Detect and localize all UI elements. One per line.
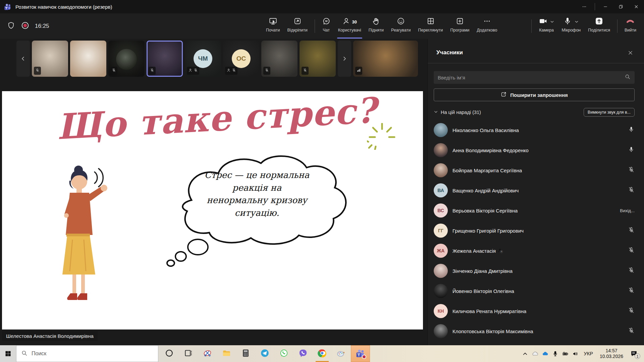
toolbar-button-view[interactable]: Переглянути bbox=[414, 13, 446, 39]
tray-microphone-icon[interactable] bbox=[550, 345, 560, 362]
security-shield-icon[interactable] bbox=[7, 21, 15, 31]
taskbar-whatsapp-button[interactable] bbox=[274, 345, 293, 362]
mic-options-chevron-icon[interactable] bbox=[574, 19, 579, 24]
participant-row[interactable]: ВАВащенко Андрій Андрійович bbox=[428, 180, 644, 200]
clock-time: 14:57 bbox=[600, 348, 623, 354]
battery-icon[interactable] bbox=[560, 345, 571, 362]
mic-muted-icon bbox=[628, 327, 635, 335]
clock-date: 10.03.2026 bbox=[600, 354, 623, 360]
restore-button[interactable] bbox=[613, 0, 629, 13]
toolbar-button-share[interactable]: Поділитися bbox=[584, 13, 614, 39]
mute-all-button[interactable]: Вимкнути звук для в... bbox=[584, 108, 635, 117]
video-tile[interactable] bbox=[147, 41, 183, 77]
start-button[interactable] bbox=[0, 345, 16, 362]
video-tile[interactable] bbox=[108, 41, 145, 77]
participant-row[interactable]: ВСВерьовка Вікторія СергіївнаВихід... bbox=[428, 200, 644, 221]
participant-row[interactable]: Зінченко Діана Дмитрівна bbox=[428, 261, 644, 281]
toolbar-button-react[interactable]: Реагувати bbox=[387, 13, 414, 39]
notification-center-button[interactable]: 1 bbox=[627, 345, 641, 362]
toolbar-button-camera[interactable]: Камера bbox=[535, 13, 558, 39]
mic-muted-icon bbox=[35, 68, 40, 74]
toolbar-button-more[interactable]: Додатково bbox=[473, 13, 501, 39]
participant-row[interactable]: ГГГрищенко Григорій Григорович bbox=[428, 221, 644, 241]
toolbar-button-apps[interactable]: Програми bbox=[447, 13, 473, 39]
chevron-down-icon[interactable] bbox=[434, 109, 438, 115]
tile-status-overlay bbox=[263, 67, 270, 75]
participant-name: Ніколаєнко Ольга Василівна bbox=[452, 127, 519, 133]
recording-indicator-icon[interactable] bbox=[21, 21, 30, 31]
toolbar-button-label: Камера bbox=[539, 28, 554, 33]
taskbar-task-view-button[interactable] bbox=[179, 345, 198, 362]
taskbar-chrome-button[interactable] bbox=[313, 345, 332, 362]
strip-scroll-right-button[interactable] bbox=[338, 41, 351, 77]
apps-plus-icon bbox=[455, 17, 464, 27]
toolbar-button-label: Додатково bbox=[477, 28, 497, 33]
participant-row[interactable]: Ніколаєнко Ольга Василівна bbox=[428, 120, 644, 140]
share-invite-button[interactable]: Поширити запрошення bbox=[434, 88, 635, 101]
meeting-timer: 16:25 bbox=[35, 23, 49, 29]
taskbar-calculator-button[interactable] bbox=[236, 345, 255, 362]
panel-close-icon[interactable] bbox=[625, 47, 636, 58]
taskbar-cortana-button[interactable] bbox=[160, 345, 179, 362]
participant-name: Анна Володимирівна Федоренко bbox=[452, 147, 529, 153]
tray-chevron-up-icon[interactable] bbox=[520, 345, 530, 362]
participant-row[interactable]: Клопотовська Вікторія Максимівна bbox=[428, 321, 644, 341]
taskbar-teams-button[interactable] bbox=[351, 345, 370, 362]
mic-muted-icon bbox=[628, 267, 635, 275]
participant-search-input[interactable] bbox=[438, 75, 625, 80]
toolbar-button-raise[interactable]: Підняти bbox=[365, 13, 387, 39]
participant-name: Зінченко Діана Дмитрівна bbox=[452, 268, 513, 274]
taskbar-paint-button[interactable] bbox=[332, 345, 351, 362]
strip-scroll-left-button[interactable] bbox=[16, 41, 30, 77]
participant-row[interactable]: Анна Володимирівна Федоренко bbox=[428, 140, 644, 160]
participant-row[interactable]: Йовенко Вікторія Олегівна bbox=[428, 281, 644, 301]
minimize-button[interactable] bbox=[598, 0, 613, 13]
paint-icon bbox=[337, 349, 346, 359]
toolbar-button-leave[interactable]: Вийти bbox=[621, 13, 640, 39]
language-indicator[interactable]: УКР bbox=[581, 351, 596, 356]
participant-row[interactable]: ЖАЖежела Анастасія? bbox=[428, 241, 644, 261]
taskbar-file-explorer-button[interactable] bbox=[217, 345, 236, 362]
close-button[interactable] bbox=[629, 0, 644, 13]
toolbar-button-people[interactable]: 30Користувачі bbox=[334, 13, 365, 39]
toolbar-button-chat[interactable]: Чат bbox=[318, 13, 334, 39]
roster-section-label: На цій нараді (31) bbox=[441, 110, 481, 115]
camera-options-chevron-icon[interactable] bbox=[550, 19, 554, 24]
onedrive-blue-icon[interactable] bbox=[540, 345, 550, 362]
taskbar-telegram-button[interactable] bbox=[255, 345, 274, 362]
toolbar-button-label: Почати bbox=[266, 28, 280, 33]
video-tile[interactable] bbox=[353, 41, 418, 77]
video-tile[interactable] bbox=[32, 41, 68, 77]
video-tile[interactable] bbox=[261, 41, 298, 77]
tile-status-overlay bbox=[110, 67, 117, 75]
chat-icon bbox=[322, 17, 331, 27]
participant-initials-avatar: ВС bbox=[434, 203, 448, 218]
telegram-icon bbox=[260, 349, 269, 359]
volume-icon[interactable] bbox=[571, 345, 581, 362]
video-tile[interactable]: ЧМ bbox=[185, 41, 221, 77]
onedrive-gray-icon[interactable] bbox=[530, 345, 540, 362]
video-tile[interactable]: ОС bbox=[223, 41, 259, 77]
video-tile[interactable] bbox=[70, 41, 106, 77]
mic-on-icon bbox=[628, 126, 635, 134]
toolbar-button-start[interactable]: Почати bbox=[262, 13, 284, 39]
toolbar-button-unpin[interactable]: Відкріпити bbox=[284, 13, 311, 39]
taskbar-clock[interactable]: 14:5710.03.2026 bbox=[596, 348, 627, 360]
titlebar-more-icon[interactable] bbox=[577, 0, 592, 13]
tile-status-overlay bbox=[225, 67, 237, 75]
participant-row[interactable]: Бойправ Маргарита Сергіївна bbox=[428, 160, 644, 180]
participant-audio-state bbox=[628, 227, 635, 235]
participant-name: Киличова Рената Нурмиратівна bbox=[452, 308, 526, 314]
video-tile[interactable] bbox=[300, 41, 336, 77]
mic-muted-icon bbox=[232, 68, 236, 74]
taskbar-snipping-tool-button[interactable] bbox=[198, 345, 217, 362]
taskbar-search-input[interactable] bbox=[32, 351, 153, 357]
ellipsis-icon bbox=[483, 17, 491, 27]
participant-row[interactable]: КНКиличова Рената Нурмиратівна bbox=[428, 301, 644, 321]
slide-title: Що таке стрес? bbox=[48, 91, 385, 148]
taskbar-viber-button[interactable] bbox=[293, 345, 313, 362]
tile-initials-avatar: ЧМ bbox=[194, 49, 212, 68]
windows-taskbar: УКР14:5710.03.20261 bbox=[0, 345, 644, 362]
camera-icon bbox=[539, 17, 547, 27]
toolbar-button-mic[interactable]: Мікрофон bbox=[558, 13, 585, 39]
